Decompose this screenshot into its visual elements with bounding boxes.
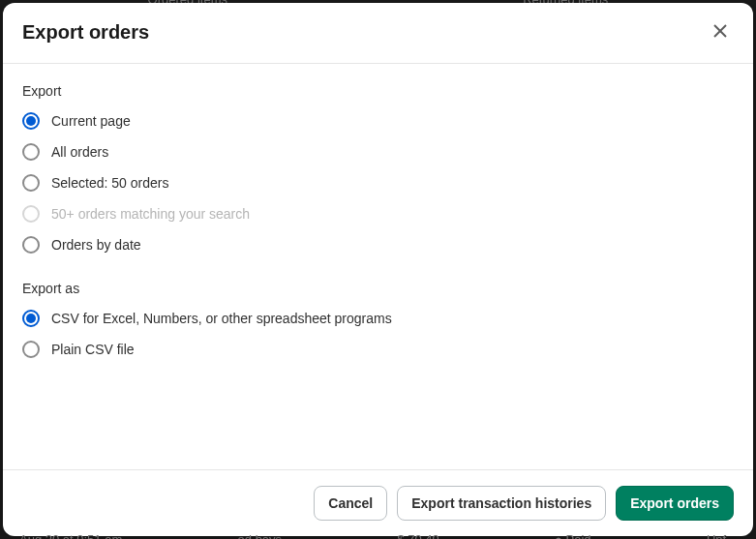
radio-indicator [22, 205, 40, 223]
modal-footer: Cancel Export transaction histories Expo… [3, 469, 753, 536]
radio-label: Selected: 50 orders [51, 175, 168, 191]
radio-indicator [22, 310, 40, 327]
cancel-button[interactable]: Cancel [314, 486, 387, 521]
modal-title: Export orders [22, 21, 149, 44]
radio-current-page[interactable]: Current page [22, 112, 734, 130]
radio-label: CSV for Excel, Numbers, or other spreads… [51, 311, 392, 326]
export-as-section: Export as CSV for Excel, Numbers, or oth… [22, 281, 734, 358]
radio-indicator [22, 236, 40, 254]
radio-label: 50+ orders matching your search [51, 206, 250, 222]
close-icon [711, 21, 730, 44]
radio-label: Current page [51, 113, 131, 129]
radio-indicator [22, 174, 40, 192]
close-button[interactable] [707, 18, 734, 45]
export-orders-button[interactable]: Export orders [616, 486, 734, 521]
modal-header: Export orders [3, 3, 753, 64]
radio-indicator [22, 341, 40, 358]
radio-label: Plain CSV file [51, 342, 135, 357]
radio-label: Orders by date [51, 237, 141, 253]
export-radio-group: Current page All orders Selected: 50 ord… [22, 112, 734, 254]
export-transaction-histories-button[interactable]: Export transaction histories [397, 486, 606, 521]
radio-label: All orders [51, 144, 108, 160]
radio-selected-orders[interactable]: Selected: 50 orders [22, 174, 734, 192]
radio-all-orders[interactable]: All orders [22, 143, 734, 161]
export-orders-modal: Export orders Export Current page All or… [3, 3, 753, 536]
radio-matching-search: 50+ orders matching your search [22, 205, 734, 223]
radio-csv-spreadsheet[interactable]: CSV for Excel, Numbers, or other spreads… [22, 310, 734, 327]
radio-plain-csv[interactable]: Plain CSV file [22, 341, 734, 358]
export-as-radio-group: CSV for Excel, Numbers, or other spreads… [22, 310, 734, 358]
radio-indicator [22, 112, 40, 130]
export-section-label: Export [22, 83, 734, 99]
modal-body: Export Current page All orders Selected:… [3, 64, 753, 469]
radio-orders-by-date[interactable]: Orders by date [22, 236, 734, 254]
export-section: Export Current page All orders Selected:… [22, 83, 734, 254]
radio-indicator [22, 143, 40, 161]
export-as-section-label: Export as [22, 281, 734, 296]
